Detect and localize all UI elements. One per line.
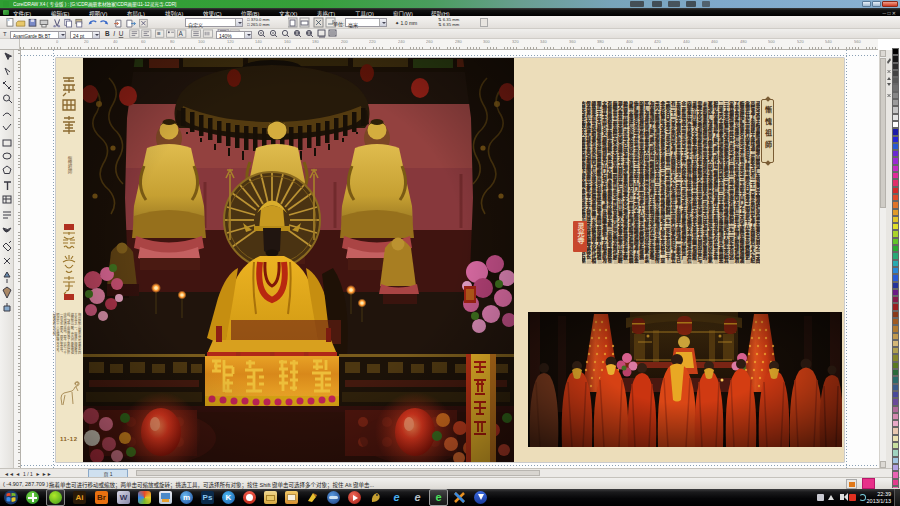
svg-text:B: B (105, 30, 110, 37)
svg-text:U: U (119, 30, 124, 37)
svg-text:I: I (113, 30, 115, 37)
svg-text:A: A (179, 30, 184, 37)
svg-text:≡: ≡ (157, 30, 161, 37)
